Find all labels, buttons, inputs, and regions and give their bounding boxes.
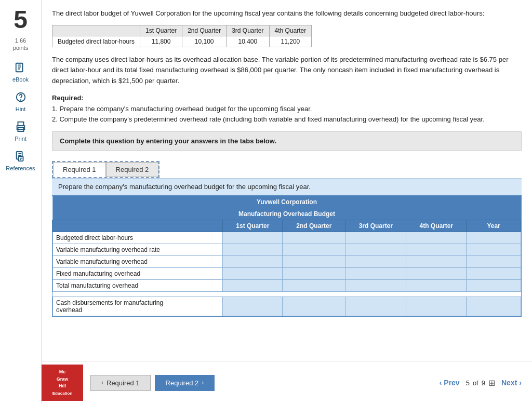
q3-labor-hours: 10,400	[227, 36, 269, 47]
prev-button[interactable]: ‹ Prev	[440, 379, 460, 387]
table-row: Budgeted direct labor-hours	[53, 232, 521, 244]
points-info: 1.66 points	[13, 37, 28, 52]
print-icon	[14, 119, 28, 134]
row-label-4: Fixed manufacturing overhead	[53, 268, 223, 280]
input-q4-r3[interactable]	[406, 256, 467, 268]
input-q4-r4[interactable]	[406, 268, 467, 280]
input-q3-r5[interactable]	[345, 280, 406, 292]
row-label-3: Variable manufacturing overhead	[53, 256, 223, 268]
svg-point-2	[20, 100, 21, 100]
col-header-label	[53, 220, 223, 232]
input-q4-r2[interactable]	[406, 244, 467, 256]
labor-hours-label: Budgeted direct labor-hours	[52, 36, 140, 47]
input-q3-r4[interactable]	[345, 268, 406, 280]
input-year-r3[interactable]	[467, 256, 521, 268]
required-item-2: 2. Compute the company's predetermined o…	[52, 115, 485, 123]
bottom-left: McGrawHillEducation ‹ Required 1 Require…	[42, 365, 215, 401]
input-q3-r3[interactable]	[345, 256, 406, 268]
input-q1-r5[interactable]	[223, 280, 283, 292]
labor-hours-table: 1st Quarter 2nd Quarter 3rd Quarter 4th …	[52, 25, 312, 47]
q1-labor-hours: 11,800	[140, 36, 182, 47]
mcgraw-hill-logo: McGrawHillEducation	[42, 365, 83, 401]
input-year-r2[interactable]	[467, 244, 521, 256]
input-year-r4[interactable]	[467, 268, 521, 280]
col-header-q2: 2nd Quarter	[283, 220, 345, 232]
budget-title2: Manufacturing Overhead Budget	[53, 208, 521, 220]
sidebar-item-hint[interactable]: Hint	[14, 90, 28, 112]
table-row: Variable manufacturing overhead rate	[53, 244, 521, 256]
input-q1-r3[interactable]	[223, 256, 283, 268]
input-year-r1[interactable]	[467, 232, 521, 244]
input-q3-r2[interactable]	[345, 244, 406, 256]
input-q4-r1[interactable]	[406, 232, 467, 244]
required-section: Required: 1. Prepare the company's manuf…	[52, 93, 522, 125]
input-q1-r1[interactable]	[223, 232, 283, 244]
input-q3-r6[interactable]	[345, 297, 406, 316]
ref-icon	[13, 149, 28, 164]
grid-icon[interactable]: ⊞	[488, 378, 495, 388]
tabs-wrapper: Required 1 Required 2	[52, 156, 522, 178]
input-year-r6[interactable]	[467, 297, 521, 316]
budget-table-wrapper: Yuvwell Corporation Manufacturing Overhe…	[52, 195, 522, 317]
bottom-nav-tabs: ‹ Required 1 Required 2 ›	[90, 375, 215, 391]
table-row: Cash disbursements for manufacturingover…	[53, 297, 521, 316]
table-row: Fixed manufacturing overhead	[53, 268, 521, 280]
tabs-row: Required 1 Required 2	[53, 162, 158, 177]
next-button[interactable]: Next ›	[501, 379, 522, 387]
svg-point-5	[18, 127, 18, 128]
input-year-r5[interactable]	[467, 280, 521, 292]
sidebar-item-references[interactable]: References	[6, 149, 35, 171]
sidebar-item-print[interactable]: Print	[14, 119, 28, 142]
svg-rect-3	[18, 122, 23, 125]
input-q2-r1[interactable]	[283, 232, 345, 244]
bottom-tab-required2[interactable]: Required 2 ›	[155, 375, 215, 391]
input-q3-r1[interactable]	[345, 232, 406, 244]
col-header-q4: 4th Quarter	[406, 220, 467, 232]
spacer-row	[53, 292, 521, 297]
book-icon	[13, 60, 28, 75]
input-q1-r4[interactable]	[223, 268, 283, 280]
col-header-q1: 1st Quarter	[223, 220, 283, 232]
tab-instruction: Prepare the company's manufacturing over…	[52, 178, 522, 195]
q2-labor-hours: 10,100	[182, 36, 227, 47]
bottom-bar: McGrawHillEducation ‹ Required 1 Require…	[42, 361, 532, 404]
row-label-1: Budgeted direct labor-hours	[53, 232, 223, 244]
col-header-q3: 3rd Quarter	[345, 220, 406, 232]
hint-icon	[14, 90, 28, 104]
page-info: 5 of 9 ⊞	[466, 378, 495, 388]
description-text: The company uses direct labor-hours as i…	[52, 55, 522, 87]
budget-title1: Yuvwell Corporation	[53, 196, 521, 208]
input-q2-r5[interactable]	[283, 280, 345, 292]
tab-required2[interactable]: Required 2	[106, 162, 159, 177]
required-item-1: 1. Prepare the company's manufacturing o…	[52, 105, 312, 113]
table-row: Total manufacturing overhead	[53, 280, 521, 292]
instruction-box: Complete this question by entering your …	[52, 131, 522, 151]
table-row: Variable manufacturing overhead	[53, 256, 521, 268]
prev-chevron: ‹	[101, 379, 103, 386]
input-q2-r6[interactable]	[283, 297, 345, 316]
input-q4-r6[interactable]	[406, 297, 467, 316]
next-chevron: ›	[202, 379, 204, 386]
budget-table: Yuvwell Corporation Manufacturing Overhe…	[52, 196, 521, 316]
col-header-year: Year	[467, 220, 521, 232]
tab-required1[interactable]: Required 1	[53, 162, 106, 177]
main-content: The direct labor budget of Yuvwell Corpo…	[42, 0, 532, 404]
input-q2-r3[interactable]	[283, 256, 345, 268]
row-label-6: Cash disbursements for manufacturingover…	[53, 297, 223, 316]
next-chevron-icon: ›	[519, 379, 522, 387]
question-number: 5	[14, 5, 28, 34]
required-label: Required:	[52, 94, 84, 102]
input-q4-r5[interactable]	[406, 280, 467, 292]
input-q2-r2[interactable]	[283, 244, 345, 256]
input-q2-r4[interactable]	[283, 268, 345, 280]
tabs-container: Required 1 Required 2	[52, 161, 159, 178]
input-q1-r2[interactable]	[223, 244, 283, 256]
sidebar-item-ebook[interactable]: eBook	[12, 60, 29, 83]
row-label-2: Variable manufacturing overhead rate	[53, 244, 223, 256]
row-label-5: Total manufacturing overhead	[53, 280, 223, 292]
prev-chevron-icon: ‹	[440, 379, 442, 387]
input-q1-r6[interactable]	[223, 297, 283, 316]
problem-intro: The direct labor budget of Yuvwell Corpo…	[52, 8, 522, 19]
bottom-tab-required1[interactable]: ‹ Required 1	[90, 375, 151, 391]
q4-labor-hours: 11,200	[269, 36, 312, 47]
